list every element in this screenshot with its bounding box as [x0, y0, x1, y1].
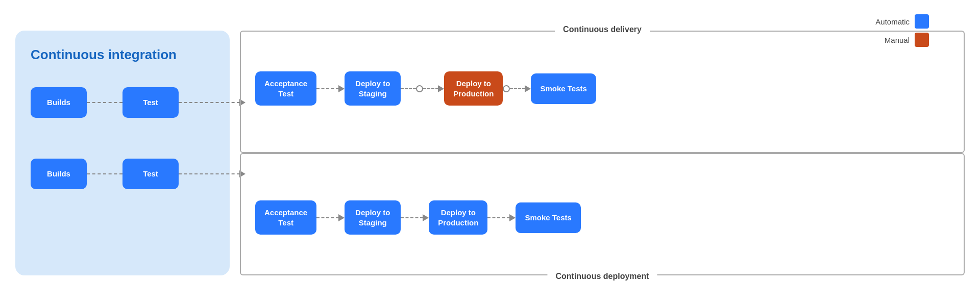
dep-dash-2	[401, 217, 423, 218]
ci-row1-test[interactable]: Test	[122, 87, 179, 118]
ci-row-1: Builds Test	[31, 87, 214, 118]
delivery-label: Continuous delivery	[555, 25, 650, 34]
ci-row1-builds[interactable]: Builds	[31, 87, 87, 118]
d-dash-4	[510, 88, 525, 89]
delivery-conn1	[316, 85, 345, 92]
ci-row2-conn1	[87, 173, 122, 174]
ci-row1-conn1	[87, 102, 122, 103]
dep-arrow-2	[423, 214, 429, 221]
delivery-gate-circle-2	[503, 85, 510, 92]
delivery-smoke-tests[interactable]: Smoke Tests	[531, 73, 596, 104]
deployment-deploy-production[interactable]: Deploy toProduction	[429, 200, 487, 235]
ci-row2-test[interactable]: Test	[122, 159, 179, 189]
ci-title: Continuous integration	[31, 47, 177, 63]
legend-automatic-label: Automatic	[875, 17, 910, 26]
deployment-conn2	[401, 214, 429, 221]
legend-automatic: Automatic	[875, 14, 929, 29]
deployment-deploy-staging[interactable]: Deploy toStaging	[345, 200, 401, 235]
ci-row-2: Builds Test	[31, 159, 214, 189]
ci-box: Continuous integration Builds Test Build…	[15, 31, 230, 275]
deployment-label: Continuous deployment	[547, 272, 657, 281]
d-dash-1	[316, 88, 339, 89]
dep-dash-1	[316, 217, 339, 218]
diagram-container: Automatic Manual Continuous integration …	[0, 0, 980, 306]
delivery-deploy-staging[interactable]: Deploy toStaging	[345, 71, 401, 106]
deployment-pipeline-row: AcceptanceTest Deploy toStaging Deploy t…	[255, 200, 581, 235]
delivery-conn3	[503, 85, 531, 92]
dash-3	[87, 173, 122, 174]
legend-automatic-box	[915, 14, 929, 29]
main-area: Continuous delivery AcceptanceTest Deplo…	[240, 31, 965, 275]
deployment-acceptance-test[interactable]: AcceptanceTest	[255, 200, 316, 235]
delivery-conn2	[401, 85, 444, 92]
dep-arrow-3	[509, 214, 516, 221]
d-dash-3	[423, 88, 438, 89]
dash-4	[179, 173, 240, 174]
dep-arrow-1	[338, 214, 345, 221]
ci-row2-conn2	[179, 170, 246, 177]
dep-dash-3	[487, 217, 510, 218]
ci-row2-builds[interactable]: Builds	[31, 159, 87, 189]
ci-rows: Builds Test Builds Test	[31, 87, 214, 189]
ci-row1-conn2	[179, 99, 246, 106]
d-arrow-1	[338, 85, 345, 92]
deployment-conn3	[487, 214, 516, 221]
manual-gate-circle	[416, 85, 423, 92]
deployment-smoke-tests[interactable]: Smoke Tests	[516, 202, 580, 233]
delivery-acceptance-test[interactable]: AcceptanceTest	[255, 71, 316, 106]
d-arrow-2	[438, 85, 444, 92]
dash-1	[87, 102, 122, 103]
d-dash-2	[401, 88, 416, 89]
d-arrow-3	[525, 85, 531, 92]
delivery-deploy-production[interactable]: Deploy toProduction	[444, 71, 503, 106]
deployment-conn1	[316, 214, 345, 221]
dash-2	[179, 102, 240, 103]
delivery-pipeline-row: AcceptanceTest Deploy toStaging Deploy t…	[255, 71, 596, 106]
